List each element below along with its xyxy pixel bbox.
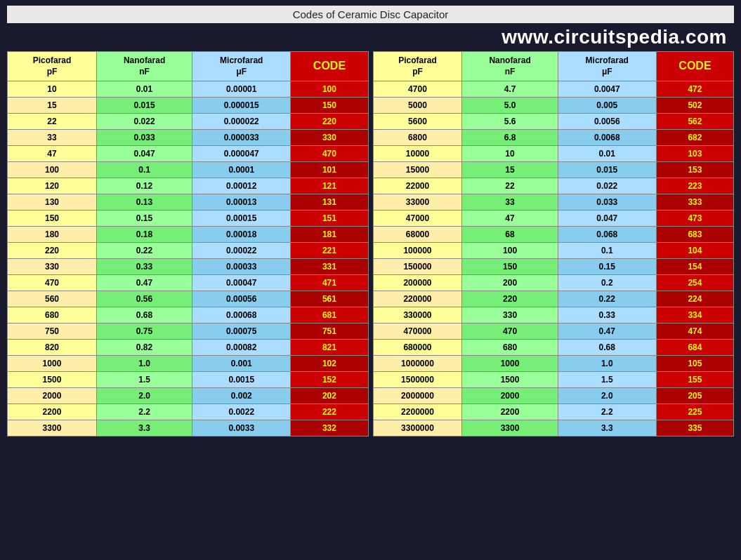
cell-uf: 0.68 (558, 340, 656, 356)
cell-code: 470 (291, 146, 368, 162)
cell-code: 105 (656, 356, 733, 372)
cell-nf: 4.7 (462, 81, 558, 98)
table-row: 150000 150 0.15 154 (373, 259, 734, 275)
cell-nf: 330 (462, 307, 558, 324)
cell-uf: 0.0068 (558, 130, 656, 146)
table-row: 1500 1.5 0.0015 152 (8, 372, 369, 388)
cell-uf: 0.000047 (192, 146, 291, 162)
table-row: 100 0.1 0.0001 101 (8, 162, 369, 178)
cell-nf: 0.47 (96, 275, 192, 291)
table-row: 2200000 2200 2.2 225 (373, 404, 734, 420)
table-row: 10 0.01 0.00001 100 (8, 81, 369, 98)
cell-uf: 0.068 (558, 227, 656, 243)
table-row: 3300000 3300 3.3 335 (373, 420, 734, 436)
cell-code: 103 (656, 146, 733, 162)
cell-code: 222 (291, 404, 368, 420)
cell-code: 153 (656, 162, 733, 178)
table-row: 4700 4.7 0.0047 472 (373, 81, 734, 98)
left-header-nf: NanofaradnF (96, 52, 192, 81)
cell-code: 155 (656, 372, 733, 388)
cell-uf: 0.00015 (192, 211, 291, 227)
cell-nf: 0.13 (96, 194, 192, 211)
cell-pf: 100000 (373, 243, 462, 259)
cell-nf: 5.0 (462, 98, 558, 114)
cell-uf: 0.47 (558, 324, 656, 340)
cell-code: 102 (291, 356, 368, 372)
table-row: 150 0.15 0.00015 151 (8, 211, 369, 227)
cell-code: 150 (291, 98, 368, 114)
table-row: 330000 330 0.33 334 (373, 307, 734, 324)
cell-uf: 0.0015 (192, 372, 291, 388)
cell-pf: 6800 (373, 130, 462, 146)
table-row: 1000 1.0 0.001 102 (8, 356, 369, 372)
cell-code: 334 (656, 307, 733, 324)
cell-nf: 0.33 (96, 259, 192, 275)
cell-nf: 5.6 (462, 114, 558, 130)
cell-uf: 1.0 (558, 356, 656, 372)
cell-nf: 15 (462, 162, 558, 178)
cell-nf: 0.15 (96, 211, 192, 227)
cell-nf: 100 (462, 243, 558, 259)
cell-pf: 33000 (373, 194, 462, 211)
cell-nf: 1.0 (96, 356, 192, 372)
cell-uf: 0.005 (558, 98, 656, 114)
cell-code: 561 (291, 291, 368, 307)
cell-uf: 0.00012 (192, 178, 291, 194)
table-row: 22000 22 0.022 223 (373, 178, 734, 194)
table-row: 1500000 1500 1.5 155 (373, 372, 734, 388)
table-row: 33000 33 0.033 333 (373, 194, 734, 211)
cell-pf: 33 (8, 130, 97, 146)
cell-uf: 0.15 (558, 259, 656, 275)
cell-uf: 0.002 (192, 388, 291, 404)
cell-code: 121 (291, 178, 368, 194)
cell-nf: 1000 (462, 356, 558, 372)
table-row: 47000 47 0.047 473 (373, 211, 734, 227)
cell-uf: 0.047 (558, 211, 656, 227)
table-row: 33 0.033 0.000033 330 (8, 130, 369, 146)
right-header-code: CODE (656, 52, 733, 81)
cell-pf: 150000 (373, 259, 462, 275)
cell-code: 100 (291, 81, 368, 98)
cell-code: 221 (291, 243, 368, 259)
cell-code: 682 (656, 130, 733, 146)
cell-nf: 47 (462, 211, 558, 227)
cell-nf: 0.75 (96, 324, 192, 340)
cell-pf: 2000000 (373, 388, 462, 404)
table-row: 3300 3.3 0.0033 332 (8, 420, 369, 436)
table-row: 1000000 1000 1.0 105 (373, 356, 734, 372)
cell-nf: 220 (462, 291, 558, 307)
table-row: 6800 6.8 0.0068 682 (373, 130, 734, 146)
cell-pf: 2000 (8, 388, 97, 404)
cell-pf: 100 (8, 162, 97, 178)
cell-nf: 2.0 (96, 388, 192, 404)
table-row: 2000000 2000 2.0 205 (373, 388, 734, 404)
table-row: 100000 100 0.1 104 (373, 243, 734, 259)
cell-code: 220 (291, 114, 368, 130)
cell-nf: 0.18 (96, 227, 192, 243)
cell-uf: 3.3 (558, 420, 656, 436)
cell-pf: 680000 (373, 340, 462, 356)
table-row: 750 0.75 0.00075 751 (8, 324, 369, 340)
cell-nf: 0.01 (96, 81, 192, 98)
tables-container: PicofaradpF NanofaradnF MicrofaradμF COD… (7, 51, 734, 436)
cell-nf: 200 (462, 275, 558, 291)
cell-uf: 0.0033 (192, 420, 291, 436)
cell-nf: 150 (462, 259, 558, 275)
table-row: 5600 5.6 0.0056 562 (373, 114, 734, 130)
table-row: 10000 10 0.01 103 (373, 146, 734, 162)
cell-uf: 0.0047 (558, 81, 656, 98)
cell-code: 330 (291, 130, 368, 146)
cell-code: 104 (656, 243, 733, 259)
cell-nf: 6.8 (462, 130, 558, 146)
cell-uf: 0.00082 (192, 340, 291, 356)
cell-code: 331 (291, 259, 368, 275)
cell-code: 224 (656, 291, 733, 307)
table-row: 15 0.015 0.000015 150 (8, 98, 369, 114)
cell-nf: 68 (462, 227, 558, 243)
cell-uf: 0.00001 (192, 81, 291, 98)
cell-pf: 2200 (8, 404, 97, 420)
cell-code: 223 (656, 178, 733, 194)
table-row: 180 0.18 0.00018 181 (8, 227, 369, 243)
right-table: PicofaradpF NanofaradnF MicrofaradμF COD… (373, 51, 735, 436)
cell-uf: 0.0056 (558, 114, 656, 130)
